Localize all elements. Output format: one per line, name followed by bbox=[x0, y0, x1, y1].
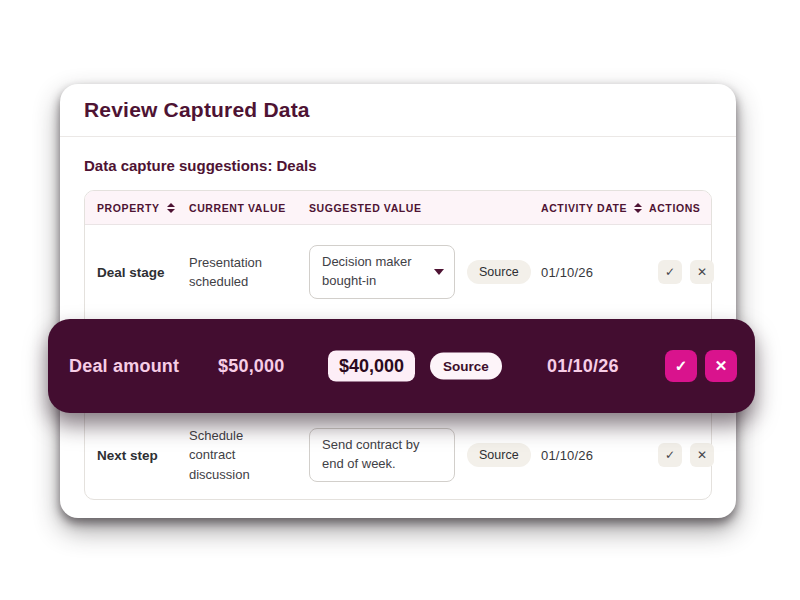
column-header-current-value-label: CURRENT VALUE bbox=[189, 202, 286, 214]
activity-date: 01/10/26 bbox=[541, 265, 649, 280]
column-header-property-label: PROPERTY bbox=[97, 202, 160, 214]
source-cell: Source bbox=[467, 260, 541, 284]
column-header-current-value: CURRENT VALUE bbox=[189, 202, 309, 214]
suggested-value-textbox-text: Send contract by end of week. bbox=[322, 437, 420, 471]
suggested-value-dropdown-label: Decision maker bought-in bbox=[322, 253, 428, 291]
modal-header: Review Captured Data bbox=[60, 84, 736, 137]
sort-icon[interactable] bbox=[167, 203, 175, 213]
reject-button[interactable]: ✕ bbox=[705, 350, 737, 382]
suggested-value-textbox[interactable]: Send contract by end of week. bbox=[309, 428, 455, 482]
sort-icon[interactable] bbox=[634, 203, 642, 213]
current-value: Presentation scheduled bbox=[189, 253, 309, 292]
review-captured-data-modal: Review Captured Data Data capture sugges… bbox=[60, 84, 736, 518]
column-header-activity-date-label: ACTIVITY DATE bbox=[541, 202, 627, 214]
source-badge[interactable]: Source bbox=[467, 260, 531, 284]
activity-date: 01/10/26 bbox=[541, 448, 649, 463]
check-icon: ✓ bbox=[675, 357, 688, 375]
suggested-value-chip[interactable]: $40,000 bbox=[328, 351, 415, 382]
column-header-suggested-value: SUGGESTED VALUE bbox=[309, 202, 467, 214]
suggested-value-cell: Send contract by end of week. bbox=[309, 428, 467, 482]
column-header-suggested-value-label: SUGGESTED VALUE bbox=[309, 202, 422, 214]
column-header-property: PROPERTY bbox=[97, 202, 189, 214]
close-icon: ✕ bbox=[715, 357, 728, 375]
source-cell: Source bbox=[467, 443, 541, 467]
suggested-value-dropdown[interactable]: Decision maker bought-in bbox=[309, 245, 455, 299]
current-value: $50,000 bbox=[218, 356, 284, 377]
property-label: Deal amount bbox=[69, 356, 179, 377]
accept-button[interactable]: ✓ bbox=[658, 443, 682, 467]
column-header-activity-date: ACTIVITY DATE bbox=[541, 202, 649, 214]
suggested-value-cell: Decision maker bought-in bbox=[309, 245, 467, 299]
subtitle-row: Data capture suggestions: Deals bbox=[60, 137, 736, 175]
accept-button[interactable]: ✓ bbox=[665, 350, 697, 382]
check-icon: ✓ bbox=[665, 265, 675, 279]
table-subtitle: Data capture suggestions: Deals bbox=[84, 157, 317, 174]
current-value: Schedule contract discussion bbox=[189, 426, 309, 485]
highlighted-row-deal-amount: Deal amount $50,000 $40,000 Source 01/10… bbox=[48, 319, 755, 413]
page-title: Review Captured Data bbox=[84, 98, 310, 122]
reject-button[interactable]: ✕ bbox=[690, 260, 714, 284]
source-badge[interactable]: Source bbox=[467, 443, 531, 467]
check-icon: ✓ bbox=[665, 448, 675, 462]
source-badge[interactable]: Source bbox=[430, 353, 502, 380]
actions-cell: ✓ ✕ bbox=[649, 443, 714, 467]
activity-date: 01/10/26 bbox=[547, 356, 619, 377]
chevron-down-icon bbox=[434, 269, 444, 275]
table-header-row: PROPERTY CURRENT VALUE SUGGESTED VALUE A… bbox=[85, 191, 711, 225]
column-header-actions: ACTIONS bbox=[649, 202, 711, 214]
property-label: Deal stage bbox=[97, 265, 189, 280]
close-icon: ✕ bbox=[697, 265, 707, 279]
accept-button[interactable]: ✓ bbox=[658, 260, 682, 284]
table-row-next-step: Next step Schedule contract discussion S… bbox=[85, 411, 711, 499]
column-header-actions-label: ACTIONS bbox=[649, 202, 700, 214]
property-label: Next step bbox=[97, 448, 189, 463]
table-row-deal-stage: Deal stage Presentation scheduled Decisi… bbox=[85, 225, 711, 319]
actions-cell: ✓ ✕ bbox=[649, 260, 714, 284]
reject-button[interactable]: ✕ bbox=[690, 443, 714, 467]
close-icon: ✕ bbox=[697, 448, 707, 462]
